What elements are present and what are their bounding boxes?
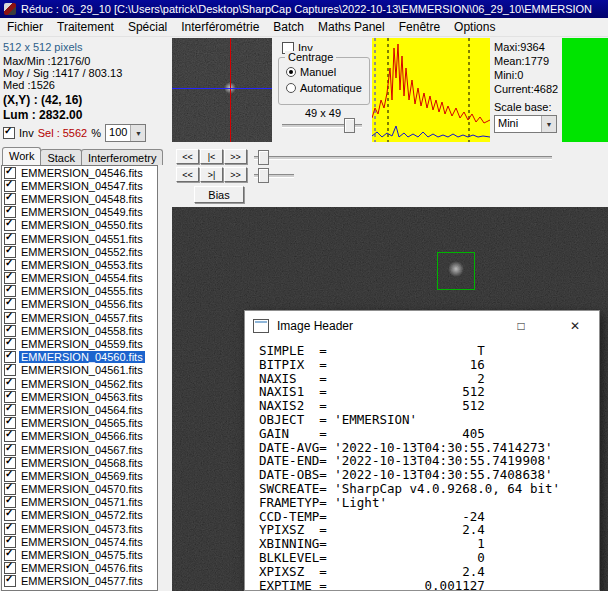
file-list-item[interactable]: EMMERSION_04551.fits [2,232,157,245]
file-list-item[interactable]: EMMERSION_04554.fits [2,272,157,285]
maximize-button[interactable]: □ [507,315,535,336]
file-checkbox[interactable] [4,536,16,548]
file-checkbox[interactable] [4,246,16,258]
file-list-item[interactable]: EMMERSION_04573.fits [2,522,157,535]
file-checkbox[interactable] [4,457,16,469]
file-checkbox[interactable] [4,233,16,245]
title-bar[interactable]: Réduc : 06_29_10 [C:\Users\patrick\Deskt… [0,0,608,18]
nav-prev-button[interactable]: |< [200,149,223,164]
file-checkbox[interactable] [4,298,16,310]
file-list-item[interactable]: EMMERSION_04567.fits [2,443,157,456]
speed-slider-thumb[interactable] [258,168,269,183]
file-list-item[interactable]: EMMERSION_04547.fits [2,179,157,192]
bias-button[interactable]: Bias [194,186,244,203]
file-checkbox[interactable] [4,378,16,390]
file-checkbox[interactable] [4,483,16,495]
image-header-dialog[interactable]: Image Header □ ✕ SIMPLE = TBITPIX = 16NA… [244,310,600,591]
file-list-item[interactable]: EMMERSION_04558.fits [2,324,157,337]
file-list-item[interactable]: EMMERSION_04572.fits [2,509,157,522]
nav-first-button[interactable]: << [176,149,199,164]
file-checkbox[interactable] [4,325,16,337]
file-checkbox[interactable] [4,509,16,521]
file-list-item[interactable]: EMMERSION_04546.fits [2,166,157,179]
box-size-slider-thumb[interactable] [344,118,355,133]
menu-item[interactable]: Maths Panel [311,19,392,35]
manual-radio[interactable] [286,67,296,77]
file-list-tab[interactable]: Interferometry [81,149,163,165]
file-list-item[interactable]: EMMERSION_04570.fits [2,483,157,496]
file-checkbox[interactable] [4,167,16,179]
file-list-item[interactable]: EMMERSION_04574.fits [2,535,157,548]
menu-item[interactable]: Interférométrie [174,19,266,35]
star-preview-thumbnail[interactable] [172,38,272,142]
file-checkbox[interactable] [4,562,16,574]
file-list-item[interactable]: EMMERSION_04577.fits [2,575,157,588]
inv-checkbox[interactable] [3,127,15,139]
file-checkbox[interactable] [4,219,16,231]
menu-item[interactable]: Spécial [121,19,174,35]
file-list-item[interactable]: EMMERSION_04561.fits [2,364,157,377]
nav-last-button[interactable]: >> [224,149,247,164]
file-checkbox[interactable] [4,496,16,508]
zoom-combobox[interactable]: 100 ▼ [105,124,146,142]
file-list-item[interactable]: EMMERSION_04562.fits [2,377,157,390]
file-list-item[interactable]: EMMERSION_04563.fits [2,390,157,403]
file-list-item[interactable]: EMMERSION_04555.fits [2,285,157,298]
file-checkbox[interactable] [4,351,16,363]
automatic-radio-row[interactable]: Automatique [286,82,362,94]
nav2-last-button[interactable]: >> [224,167,247,182]
file-list-item[interactable]: EMMERSION_04575.fits [2,548,157,561]
file-checkbox[interactable] [4,259,16,271]
file-list-item[interactable]: EMMERSION_04549.fits [2,206,157,219]
nav2-first-button[interactable]: << [176,167,199,182]
file-checkbox[interactable] [4,523,16,535]
file-list-item[interactable]: EMMERSION_04560.fits [2,351,157,364]
file-checkbox[interactable] [4,575,16,587]
file-list-item[interactable]: EMMERSION_04559.fits [2,337,157,350]
automatic-radio[interactable] [286,83,296,93]
file-checkbox[interactable] [4,180,16,192]
file-list-item[interactable]: EMMERSION_04550.fits [2,219,157,232]
file-checkbox[interactable] [4,444,16,456]
file-list-item[interactable]: EMMERSION_04552.fits [2,245,157,258]
file-list-item[interactable]: EMMERSION_04548.fits [2,192,157,205]
file-checkbox[interactable] [4,364,16,376]
menu-item[interactable]: Fenêtre [392,19,447,35]
nav2-next-button[interactable]: >| [200,167,223,182]
file-checkbox[interactable] [4,549,16,561]
file-checkbox[interactable] [4,417,16,429]
scale-base-combobox[interactable]: Mini ▼ [494,115,557,133]
chevron-down-icon[interactable]: ▼ [130,125,145,141]
file-list-item[interactable]: EMMERSION_04565.fits [2,417,157,430]
menu-item[interactable]: Traitement [50,19,121,35]
file-checkbox[interactable] [4,193,16,205]
file-list-tab[interactable]: Work [2,147,41,165]
menu-item[interactable]: Batch [266,19,311,35]
file-list-item[interactable]: EMMERSION_04556.fits [2,298,157,311]
file-checkbox[interactable] [4,206,16,218]
file-list-item[interactable]: EMMERSION_04568.fits [2,456,157,469]
file-checkbox[interactable] [4,312,16,324]
file-list-item[interactable]: EMMERSION_04569.fits [2,469,157,482]
file-list-item[interactable]: EMMERSION_04571.fits [2,496,157,509]
menu-item[interactable]: Options [447,19,502,35]
file-checkbox[interactable] [4,391,16,403]
file-list-item[interactable]: EMMERSION_04576.fits [2,562,157,575]
file-checkbox[interactable] [4,430,16,442]
frame-slider-track[interactable] [254,156,552,160]
menu-item[interactable]: Fichier [0,19,50,35]
file-list-tab[interactable]: Stack [40,149,82,165]
file-list-item[interactable]: EMMERSION_04564.fits [2,403,157,416]
file-checkbox[interactable] [4,404,16,416]
file-checkbox[interactable] [4,338,16,350]
file-checkbox[interactable] [4,470,16,482]
file-list-item[interactable]: EMMERSION_04566.fits [2,430,157,443]
file-list-item[interactable]: EMMERSION_04553.fits [2,258,157,271]
file-checkbox[interactable] [4,272,16,284]
close-button[interactable]: ✕ [561,315,589,336]
manual-radio-row[interactable]: Manuel [286,66,336,78]
chevron-down-icon[interactable]: ▼ [541,116,556,132]
dialog-title-bar[interactable]: Image Header □ ✕ [245,311,599,340]
frame-slider-thumb[interactable] [258,150,269,165]
file-list-item[interactable]: EMMERSION_04557.fits [2,311,157,324]
